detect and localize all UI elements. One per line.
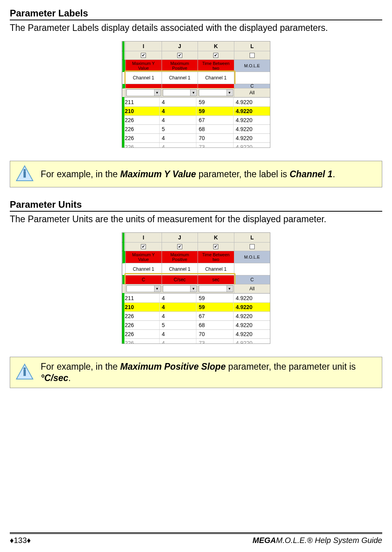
cell: 68 [196, 321, 233, 329]
col-checkbox[interactable]: ✔ [177, 53, 182, 58]
cell: 4.9220 [233, 98, 270, 106]
cell: 4 [159, 330, 196, 338]
col-letter: K [198, 233, 234, 242]
cell: 70 [196, 330, 233, 338]
svg-rect-1 [23, 171, 26, 178]
cell: 4.9220 [233, 116, 270, 124]
cell: 4 [159, 134, 196, 142]
cell: 226 [122, 321, 159, 329]
filter-dropdown[interactable] [199, 285, 233, 292]
cell: 67 [196, 116, 233, 124]
cell: 5 [159, 321, 196, 329]
col-letter: L [234, 233, 270, 242]
cell: 59 [196, 107, 233, 115]
cell: 4.9220 [233, 143, 270, 147]
cell: 70 [196, 134, 233, 142]
cell: 4.9220 [233, 339, 270, 343]
section-intro-units: The Parameter Units are the units of mea… [10, 214, 382, 225]
param-name: Maximum Positive [162, 251, 198, 263]
info-icon [16, 363, 34, 381]
cell: 4 [159, 143, 196, 147]
param-unit: C [234, 275, 270, 284]
section-intro-labels: The Parameter Labels display details ass… [10, 23, 382, 33]
col-checkbox[interactable]: ✔ [141, 53, 146, 58]
page-footer: ♦133♦ MEGAM.O.L.E.® Help System Guide [10, 534, 382, 545]
filter-dropdown[interactable] [163, 285, 197, 292]
col-letter: J [162, 41, 198, 51]
cell: 4.9220 [233, 321, 270, 329]
col-letter: J [162, 233, 198, 242]
cell: 59 [196, 303, 233, 311]
col-checkbox[interactable]: ✔ [141, 244, 146, 249]
cell: 4 [159, 107, 196, 115]
screenshot-units: I J K L ✔ ✔ ✔ Maximum Y Value Maximum Po… [10, 232, 382, 346]
param-label [234, 263, 270, 275]
cell: 4.9220 [233, 125, 270, 133]
cell: 73 [196, 143, 233, 147]
info-text: For example, in the Maximum Positive Slo… [41, 361, 376, 384]
svg-rect-4 [23, 370, 26, 376]
param-label: Channel 1 [162, 72, 198, 84]
cell: 4.9220 [233, 303, 270, 311]
col-checkbox[interactable]: ✔ [213, 244, 218, 249]
param-label: Channel 1 [125, 263, 162, 275]
col-letter: I [125, 233, 162, 242]
cell: 211 [122, 294, 159, 302]
cell: 4 [159, 294, 196, 302]
cell: 4.9220 [233, 107, 270, 115]
filter-dropdown[interactable] [126, 89, 161, 96]
section-title-units: Parameter Units [10, 199, 382, 212]
cell: 5 [159, 125, 196, 133]
info-note-labels: For example, in the Maximum Y Value para… [10, 161, 382, 187]
filter-dropdown[interactable] [126, 285, 161, 292]
param-unit: C/sec [162, 275, 198, 284]
param-name: Maximum Positive [162, 60, 198, 72]
param-name: Time Between two [198, 60, 234, 72]
svg-point-5 [23, 367, 26, 370]
info-note-units: For example, in the Maximum Positive Slo… [10, 357, 382, 388]
info-icon [16, 165, 34, 183]
cell: 226 [122, 134, 159, 142]
param-label: Channel 1 [198, 263, 234, 275]
col-checkbox[interactable] [250, 53, 255, 58]
param-unit: sec [198, 275, 234, 284]
param-label: Channel 1 [198, 72, 234, 84]
param-name: Maximum Y Value [125, 251, 162, 263]
cell: 4.9220 [233, 330, 270, 338]
col-checkbox[interactable] [250, 244, 255, 249]
cell: 4 [159, 116, 196, 124]
cell: 73 [196, 339, 233, 343]
col-checkbox[interactable]: ✔ [213, 53, 218, 58]
guide-title: MEGAM.O.L.E.® Help System Guide [253, 536, 383, 545]
cell: 226 [122, 116, 159, 124]
filter-dropdown[interactable] [199, 89, 233, 96]
cell: 226 [122, 143, 159, 147]
filter-dropdown[interactable] [163, 89, 197, 96]
param-name: M.O.L.E [234, 251, 270, 263]
cell: 4 [159, 98, 196, 106]
screenshot-labels: I J K L ✔ ✔ ✔ Maximum Y Value Maximum Po… [10, 41, 382, 150]
cell: 226 [122, 339, 159, 343]
param-name: Time Between two [198, 251, 234, 263]
svg-point-2 [23, 169, 26, 171]
info-text: For example, in the Maximum Y Value para… [41, 169, 335, 180]
cell: 59 [196, 294, 233, 302]
col-letter: K [198, 41, 234, 51]
param-unit: C [125, 275, 162, 284]
filter-all: All [234, 284, 270, 293]
cell: 211 [122, 98, 159, 106]
page-number: ♦133♦ [10, 536, 31, 545]
cell: 67 [196, 312, 233, 320]
cell: 4 [159, 339, 196, 343]
cell: 68 [196, 125, 233, 133]
param-label [234, 72, 270, 84]
param-label: Channel 1 [162, 263, 198, 275]
filter-all: All [234, 88, 270, 97]
col-checkbox[interactable]: ✔ [177, 244, 182, 249]
cell: 4.9220 [233, 134, 270, 142]
col-letter: I [125, 41, 162, 51]
param-name: M.O.L.E [234, 60, 270, 72]
param-unit: C [234, 84, 270, 88]
param-label: Channel 1 [125, 72, 162, 84]
section-title-labels: Parameter Labels [10, 8, 382, 20]
